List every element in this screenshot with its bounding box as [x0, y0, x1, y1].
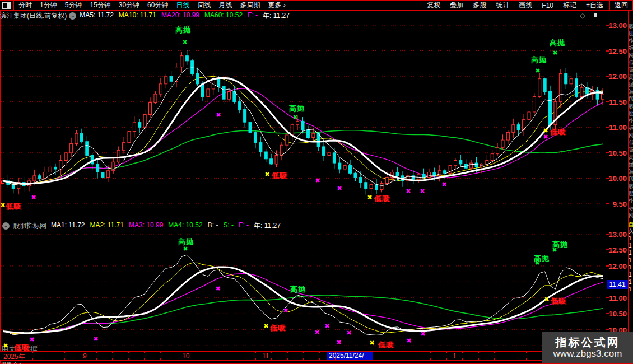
sub-ma4-line [3, 295, 603, 334]
date-tick [255, 352, 256, 353]
sub-chart-header: ⌄ 股朋指标网 MA1: 11.72MA2: 11.71MA3: 10.99MA… [0, 221, 605, 231]
sell-signal-marker: ✖ [552, 50, 557, 56]
window-split-icon[interactable] [2, 2, 11, 9]
month-label-11: 11 [262, 352, 269, 360]
sub-ma3-line [3, 274, 603, 334]
diamond-icon[interactable]: ◇ [580, 12, 585, 19]
tool-button-0[interactable]: 复权 [422, 1, 445, 10]
main-axis-label-13.00: 13.00 [607, 21, 627, 30]
sell-signal-marker: ✖ [290, 287, 295, 293]
axis-tick [606, 152, 609, 153]
menu-item-3[interactable]: 15分钟 [90, 1, 110, 10]
clipped-glyph: 段 [629, 96, 633, 102]
date-tick [144, 358, 145, 360]
current-value-badge: 11.41 [607, 280, 628, 289]
tool-button-1[interactable]: 叠加 [445, 1, 468, 10]
indicator-F: F: - [239, 221, 249, 231]
axis-tick [606, 101, 609, 102]
tool-button-4[interactable]: 画线 [514, 1, 537, 10]
clipped-glyph: 吸 [629, 147, 633, 153]
month-label-1: 1 [453, 352, 457, 360]
date-tick [240, 358, 240, 360]
indicator-MA10: MA10: 11.71 [119, 11, 156, 21]
date-tick [510, 352, 510, 353]
menu-item-0[interactable]: 分时 [18, 1, 32, 10]
date-tick [303, 358, 304, 360]
date-tick [81, 358, 81, 360]
date-tick [383, 358, 383, 360]
date-tick [160, 352, 161, 353]
date-tick [303, 352, 304, 353]
sell-signal-label: 高抛 [550, 39, 565, 46]
menu-item-4[interactable]: 30分钟 [119, 1, 139, 10]
signal-marker: ✖ [543, 134, 548, 140]
date-tick [351, 358, 351, 360]
date-tick [240, 352, 240, 353]
signal-marker: ✖ [215, 286, 220, 292]
month-label-10: 10 [182, 352, 189, 360]
period-menu-items: 分时1分钟5分钟15分钟30分钟60分钟日线周线月线多周期更多 › [18, 1, 294, 10]
clipped-glyph: 自 [629, 222, 633, 227]
clipped-glyph: 波 [629, 89, 633, 95]
buy-signal-label: 低吸 [6, 203, 21, 210]
clipped-glyph: 网 [629, 53, 633, 58]
menu-separator [13, 1, 14, 10]
axis-tick [606, 297, 609, 298]
buy-signal-label: 低吸 [551, 297, 566, 305]
signal-marker: ✖ [216, 112, 221, 118]
tool-button-5[interactable]: F10 [537, 1, 558, 10]
date-tick [49, 352, 49, 353]
signal-marker: ✖ [315, 178, 320, 184]
menu-item-7[interactable]: 周线 [197, 1, 211, 10]
sell-signal-marker: ✖ [182, 39, 187, 45]
menu-item-10[interactable]: 更多 › [268, 1, 285, 10]
clipped-glyph: 标 [629, 206, 633, 211]
tool-button-3[interactable]: 统计 [491, 1, 514, 10]
clipped-glyph: 抛 [629, 82, 633, 87]
pane-layout-icon[interactable] [590, 12, 598, 18]
date-tick [526, 352, 527, 353]
menu-item-9[interactable]: 多周期 [240, 1, 260, 10]
date-tick [335, 358, 336, 360]
axis-tick [606, 127, 609, 128]
tool-button-2[interactable]: 多股 [468, 1, 491, 10]
menu-item-1[interactable]: 1分钟 [40, 1, 57, 10]
clipped-glyph: 波 [629, 169, 633, 175]
collapse-chevron-icon[interactable]: ⌄ [2, 222, 10, 230]
main-axis-label-11.00: 11.00 [607, 123, 627, 132]
buy-signal-marker: ✖ [544, 296, 549, 302]
date-tick [351, 352, 351, 353]
sell-signal-label: 高抛 [178, 238, 194, 245]
clipped-glyph: 1 [629, 287, 632, 292]
buy-signal-marker: ✖ [369, 340, 374, 346]
sell-signal-marker: ✖ [552, 247, 557, 253]
date-tick [367, 358, 367, 360]
sub-indicator-values: MA1: 11.72MA2: 11.71MA3: 10.99MA4: 10.52… [51, 221, 286, 231]
sell-signal-label: 高抛 [289, 105, 305, 112]
date-tick [271, 352, 272, 353]
main-axis-label-12.00: 12.00 [607, 72, 627, 81]
menu-item-2[interactable]: 5分钟 [65, 1, 82, 10]
axis-tick [606, 234, 609, 235]
collapse-chevron-icon[interactable]: ⌄ [69, 12, 76, 20]
main-axis-label-10.50: 10.50 [607, 149, 627, 157]
menu-item-8[interactable]: 月线 [218, 1, 232, 10]
date-tick [176, 352, 176, 353]
trading-app-window: 分时1分钟5分钟15分钟30分钟60分钟日线周线月线多周期更多 › 复权叠加多股… [0, 0, 633, 364]
tool-button-8[interactable]: 返回 [609, 1, 633, 10]
signal-marker: ✖ [441, 181, 446, 188]
clipped-glyph: 1 [629, 250, 632, 256]
indicator-S: S: - [223, 221, 234, 231]
tool-button-7[interactable]: +自选 [581, 1, 608, 10]
tool-menu-items: 复权叠加多股统计画线F10标记+自选返回 [422, 1, 633, 10]
date-tick [287, 352, 288, 353]
tool-button-6[interactable]: 标记 [558, 1, 581, 10]
date-tick [255, 358, 256, 360]
menu-item-6[interactable]: 日线 [176, 1, 189, 10]
date-tick [160, 358, 161, 360]
date-tick [478, 358, 479, 360]
date-tick [192, 352, 192, 353]
clipped-glyph: 指 [629, 198, 633, 204]
menu-item-5[interactable]: 60分钟 [147, 1, 168, 10]
date-axis[interactable]: 2025年 2025/11/24/— 910111 [0, 351, 633, 361]
